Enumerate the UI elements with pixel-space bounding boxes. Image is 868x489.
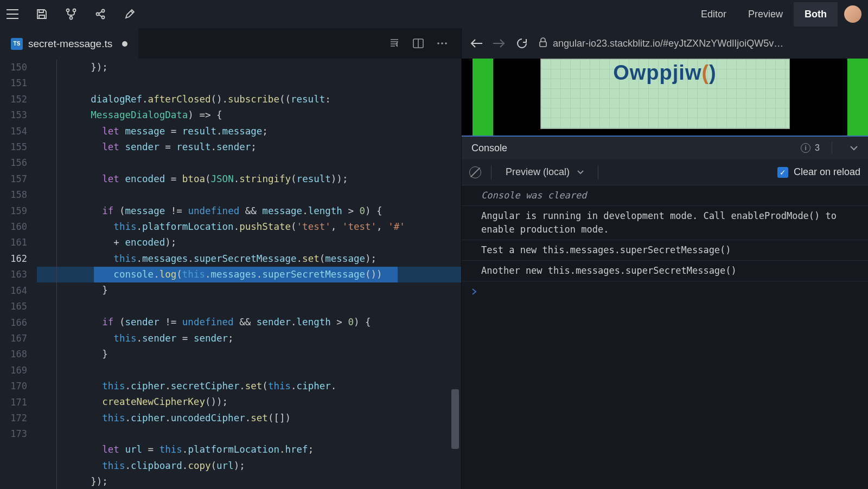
- reload-icon[interactable]: [516, 37, 528, 49]
- clear-on-reload-toggle[interactable]: ✓ Clear on reload: [777, 166, 860, 178]
- code-content[interactable]: }); dialogRef.afterClosed().subscribe((r…: [37, 59, 461, 489]
- console-scope-select[interactable]: Preview (local): [501, 166, 588, 178]
- chevron-down-icon[interactable]: [850, 143, 858, 153]
- nav-forward-icon[interactable]: [493, 37, 505, 49]
- format-icon[interactable]: [388, 37, 400, 49]
- clear-console-icon[interactable]: [469, 166, 481, 178]
- hamburger-icon[interactable]: [7, 8, 18, 20]
- svg-point-8: [437, 42, 439, 44]
- avatar[interactable]: [844, 5, 861, 23]
- console-prompt[interactable]: [462, 281, 868, 304]
- unsaved-indicator-icon: [122, 41, 127, 47]
- console-count: 3: [815, 143, 820, 153]
- svg-point-2: [70, 17, 73, 20]
- line-gutter: 1501511521531541551561571581591601611621…: [0, 59, 37, 489]
- console-log-line: Angular is running in development mode. …: [462, 206, 868, 240]
- edit-icon[interactable]: [124, 8, 136, 20]
- svg-point-1: [73, 9, 76, 12]
- split-editor-icon[interactable]: [412, 37, 424, 49]
- svg-point-0: [67, 9, 69, 12]
- view-both-button[interactable]: Both: [794, 2, 838, 27]
- fork-icon[interactable]: [65, 8, 77, 20]
- save-icon[interactable]: [36, 8, 48, 20]
- preview-card: Owppjiw(): [540, 59, 790, 129]
- preview-text: Owppjiw(): [613, 61, 717, 128]
- preview-address-bar: angular-io23.stackblitz.io/#eyJtZXNzYWdl…: [461, 28, 868, 59]
- url-display[interactable]: angular-io23.stackblitz.io/#eyJtZXNzYWdl…: [539, 37, 859, 50]
- console-header[interactable]: Console i 3: [462, 136, 868, 159]
- code-editor[interactable]: 1501511521531541551561571581591601611621…: [0, 59, 461, 489]
- url-text: angular-io23.stackblitz.io/#eyJtZXNzYWdl…: [553, 38, 783, 49]
- nav-back-icon[interactable]: [470, 37, 482, 49]
- svg-rect-11: [540, 42, 546, 47]
- file-tab[interactable]: TS secret-message.ts: [0, 28, 138, 59]
- view-preview-button[interactable]: Preview: [737, 2, 794, 27]
- more-icon[interactable]: [436, 37, 448, 49]
- preview-frame: Owppjiw(): [462, 59, 868, 136]
- console-toolbar: Preview (local) ✓ Clear on reload: [462, 159, 868, 185]
- console-log-line: Test a new this.messages.superSecretMess…: [462, 240, 868, 261]
- share-icon[interactable]: [94, 8, 106, 20]
- file-name: secret-message.ts: [28, 38, 112, 50]
- svg-point-9: [441, 42, 443, 44]
- info-icon: i: [801, 143, 810, 153]
- tab-bar: TS secret-message.ts: [0, 28, 868, 59]
- console-body[interactable]: Console was clearedAngular is running in…: [462, 185, 868, 489]
- editor-scrollbar[interactable]: [451, 389, 459, 449]
- console-log-line: Console was cleared: [462, 185, 868, 206]
- view-editor-button[interactable]: Editor: [690, 2, 737, 27]
- typescript-icon: TS: [11, 38, 23, 50]
- checkbox-checked-icon[interactable]: ✓: [777, 167, 788, 178]
- console-log-line: Another new this.messages.superSecretMes…: [462, 261, 868, 281]
- top-toolbar: Editor Preview Both: [0, 0, 868, 28]
- svg-point-10: [445, 42, 447, 44]
- console-title: Console: [471, 143, 507, 154]
- lock-icon: [539, 37, 547, 50]
